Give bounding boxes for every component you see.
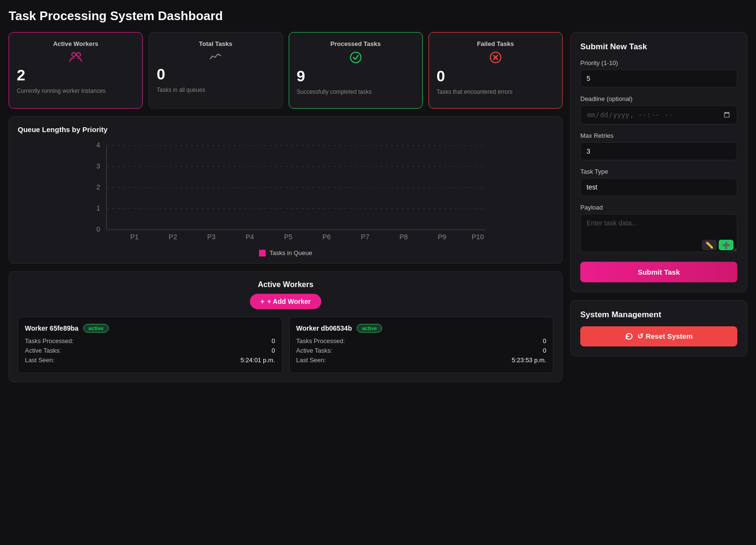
svg-point-0 xyxy=(72,53,76,56)
add-worker-button[interactable]: + + Add Worker xyxy=(250,294,321,309)
system-management-panel: System Management ↺ Reset System xyxy=(570,300,747,356)
max-retries-group: Max Retries xyxy=(580,132,737,167)
worker-0-tasks-processed-val: 0 xyxy=(271,337,275,345)
chart-legend: Tasks in Queue xyxy=(18,249,553,256)
chart-area: 0 1 2 3 4 P1 P2 P3 P4 P5 P6 P7 P8 P9 P10 xyxy=(18,140,553,245)
failed-tasks-value: 0 xyxy=(437,67,554,85)
svg-text:P6: P6 xyxy=(323,233,331,241)
worker-1-tasks-processed-label: Tasks Processed: xyxy=(296,337,345,345)
deadline-label: Deadline (optional) xyxy=(580,95,737,102)
worker-0-active-tasks-val: 0 xyxy=(271,347,275,354)
worker-1-last-seen-label: Last Seen: xyxy=(296,356,326,364)
stat-card-processed-tasks: Processed Tasks 9 Successfully completed… xyxy=(289,32,423,109)
submit-task-button[interactable]: Submit Task xyxy=(580,262,737,282)
worker-0-last-seen-row: Last Seen: 5:24:01 p.m. xyxy=(25,356,275,364)
svg-text:P10: P10 xyxy=(472,233,484,241)
worker-card-1: Worker db06534b active Tasks Processed: … xyxy=(289,317,554,373)
processed-tasks-desc: Successfully completed tasks xyxy=(297,88,415,96)
worker-1-status: active xyxy=(357,324,382,333)
left-column: Active Workers 2 Currently running worke… xyxy=(9,32,563,382)
total-tasks-value: 0 xyxy=(157,66,274,83)
payload-icon-row: ✏️ ➕ xyxy=(702,240,733,250)
deadline-input[interactable] xyxy=(580,105,737,124)
stat-card-active-workers: Active Workers 2 Currently running worke… xyxy=(9,32,143,109)
svg-text:P1: P1 xyxy=(130,233,139,241)
worker-1-last-seen-val: 5:23:53 p.m. xyxy=(512,356,546,364)
chart-legend-label: Tasks in Queue xyxy=(270,249,313,256)
worker-card-0-header: Worker 65fe89ba active xyxy=(25,324,275,333)
svg-text:P4: P4 xyxy=(246,233,254,241)
worker-0-last-seen-label: Last Seen: xyxy=(25,356,55,364)
worker-1-tasks-processed-val: 0 xyxy=(543,337,546,345)
svg-point-1 xyxy=(77,53,80,56)
payload-wrapper: ✏️ ➕ xyxy=(580,214,737,254)
worker-1-last-seen-row: Last Seen: 5:23:53 p.m. xyxy=(296,356,547,364)
reset-system-button[interactable]: ↺ Reset System xyxy=(580,326,737,346)
total-tasks-icon xyxy=(157,51,274,62)
submit-panel: Submit New Task Priority (1-10) Deadline… xyxy=(570,32,747,292)
active-workers-desc: Currently running worker instances xyxy=(17,87,135,95)
payload-add-icon-button[interactable]: ➕ xyxy=(719,240,733,250)
right-column: Submit New Task Priority (1-10) Deadline… xyxy=(570,32,747,382)
submit-task-label: Submit Task xyxy=(638,268,680,276)
worker-0-status: active xyxy=(83,324,109,333)
active-workers-title: Active Workers xyxy=(17,40,135,47)
svg-text:P7: P7 xyxy=(361,233,370,241)
svg-text:P8: P8 xyxy=(399,233,408,241)
workers-panel: Active Workers + + Add Worker Worker 65f… xyxy=(9,271,563,382)
stat-card-total-tasks: Total Tasks 0 Tasks in all queues xyxy=(148,32,282,109)
submit-panel-title: Submit New Task xyxy=(580,42,737,52)
chart-svg: 0 1 2 3 4 P1 P2 P3 P4 P5 P6 P7 P8 P9 P10 xyxy=(18,140,553,245)
svg-text:P9: P9 xyxy=(438,233,446,241)
chart-title: Queue Lengths by Priority xyxy=(18,125,553,133)
payload-edit-icon-button[interactable]: ✏️ xyxy=(702,240,717,250)
total-tasks-desc: Tasks in all queues xyxy=(157,86,274,94)
worker-0-tasks-processed-row: Tasks Processed: 0 xyxy=(25,337,275,345)
processed-tasks-title: Processed Tasks xyxy=(297,40,415,47)
task-type-label: Task Type xyxy=(580,168,737,175)
priority-input[interactable] xyxy=(580,69,737,88)
task-type-group: Task Type xyxy=(580,168,737,203)
svg-text:4: 4 xyxy=(96,141,100,149)
worker-card-1-header: Worker db06534b active xyxy=(296,324,547,333)
worker-1-tasks-processed-row: Tasks Processed: 0 xyxy=(296,337,547,345)
total-tasks-title: Total Tasks xyxy=(157,40,274,47)
stat-cards-row: Active Workers 2 Currently running worke… xyxy=(9,32,563,109)
legend-color-swatch xyxy=(259,250,266,256)
workers-panel-title: Active Workers xyxy=(18,280,553,289)
worker-1-active-tasks-row: Active Tasks: 0 xyxy=(296,347,547,354)
processed-tasks-value: 9 xyxy=(297,67,415,85)
worker-0-name: Worker 65fe89ba xyxy=(25,324,79,332)
max-retries-label: Max Retries xyxy=(580,132,737,139)
priority-label: Priority (1-10) xyxy=(580,59,737,67)
active-workers-icon xyxy=(17,51,135,63)
svg-text:P5: P5 xyxy=(284,233,293,241)
task-type-input[interactable] xyxy=(580,178,737,196)
payload-group: Payload ✏️ ➕ xyxy=(580,204,737,254)
reset-system-label: ↺ Reset System xyxy=(637,332,693,341)
add-worker-plus-icon: + xyxy=(260,298,264,305)
worker-0-tasks-processed-label: Tasks Processed: xyxy=(25,337,74,345)
svg-text:P2: P2 xyxy=(169,233,177,241)
svg-text:P3: P3 xyxy=(207,233,216,241)
priority-group: Priority (1-10) xyxy=(580,59,737,94)
worker-1-active-tasks-val: 0 xyxy=(543,347,546,354)
worker-1-active-tasks-label: Active Tasks: xyxy=(296,347,333,354)
failed-tasks-desc: Tasks that encountered errors xyxy=(437,88,554,96)
chart-panel: Queue Lengths by Priority 0 1 2 3 xyxy=(9,116,563,264)
failed-tasks-icon xyxy=(437,51,554,64)
deadline-group: Deadline (optional) xyxy=(580,95,737,131)
worker-card-0: Worker 65fe89ba active Tasks Processed: … xyxy=(18,317,282,373)
max-retries-input[interactable] xyxy=(580,142,737,160)
stat-card-failed-tasks: Failed Tasks 0 Tasks that encountered er… xyxy=(429,32,563,109)
svg-text:2: 2 xyxy=(96,183,100,191)
processed-tasks-icon xyxy=(297,51,415,64)
svg-text:1: 1 xyxy=(96,204,100,212)
svg-text:0: 0 xyxy=(96,225,100,233)
system-management-title: System Management xyxy=(580,310,737,320)
payload-label: Payload xyxy=(580,204,737,211)
svg-text:3: 3 xyxy=(96,162,100,170)
add-worker-label: + Add Worker xyxy=(267,298,311,305)
worker-0-active-tasks-row: Active Tasks: 0 xyxy=(25,347,275,354)
reset-icon xyxy=(625,332,633,341)
